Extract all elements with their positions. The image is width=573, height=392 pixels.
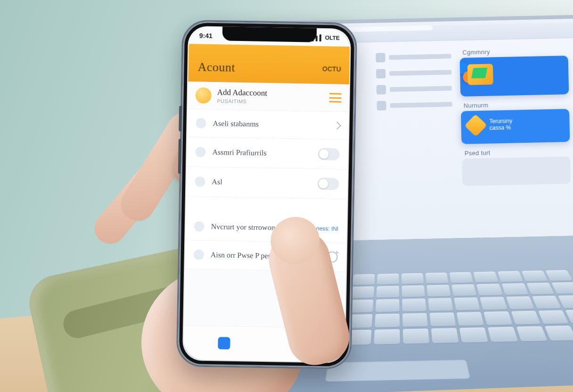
- laptop-tile-blank[interactable]: [462, 156, 571, 186]
- tab-chat-icon[interactable]: [218, 337, 230, 349]
- item-icon: [196, 118, 206, 128]
- item-icon: [194, 221, 205, 231]
- hamburger-icon[interactable]: [329, 93, 341, 102]
- laptop-side-panel: Cgmmnry Nurnurm Terursiny cassa %: [459, 42, 571, 192]
- header-action[interactable]: OCTU: [322, 65, 341, 73]
- item-label: Aseli stabanms: [213, 119, 327, 130]
- mail-folder-icon: [467, 64, 493, 85]
- list-item[interactable]: Asl: [186, 167, 348, 199]
- add-account-row[interactable]: Add Adaccoont PUSAITIMS: [188, 82, 349, 112]
- toggle-switch[interactable]: [317, 178, 339, 190]
- phone-notch: [222, 26, 317, 42]
- diamond-icon: [465, 114, 487, 137]
- page-title: Acount: [197, 60, 340, 76]
- laptop-tile-action[interactable]: Terursiny cassa %: [461, 109, 570, 144]
- tile-text: Terursiny cassa %: [489, 118, 512, 131]
- item-icon: [194, 249, 204, 260]
- item-label: Assmri Prafiurrils: [212, 148, 311, 158]
- add-account-sub: PUSAITIMS: [217, 98, 267, 105]
- list-item[interactable]: Assmri Prafiurrils: [187, 137, 348, 170]
- toggle-switch[interactable]: [318, 148, 339, 161]
- status-time: 9:41: [199, 32, 213, 39]
- item-label: Asl: [212, 178, 311, 188]
- laptop-side-label: Nurnurm: [464, 100, 566, 109]
- item-icon: [195, 147, 205, 157]
- chevron-right-icon: [333, 122, 341, 130]
- phone-volume-down[interactable]: [178, 139, 181, 174]
- scene: Cgmmnry Nurnurm Terursiny cassa %: [0, 0, 573, 392]
- status-carrier: OLTE: [325, 34, 340, 41]
- laptop-side-label: Psed turt: [465, 147, 567, 157]
- avatar-icon: [195, 87, 212, 104]
- laptop-side-label: Cgmmnry: [462, 47, 565, 56]
- add-account-label: Add Adaccoont: [217, 88, 268, 98]
- hand-holding-phone: 9:41 OLTE Acount OCTU Add Adaccoont PUSA…: [71, 12, 401, 392]
- phone-volume-up[interactable]: [179, 106, 182, 131]
- item-icon: [195, 176, 205, 187]
- list-item[interactable]: Aseli stabanms: [187, 109, 349, 140]
- screen-header: Acount OCTU: [188, 44, 350, 84]
- list-item[interactable]: Nvcrurt yor strrowond Vorort hu ness: IN…: [185, 212, 347, 243]
- laptop-tile-mail[interactable]: [460, 56, 569, 97]
